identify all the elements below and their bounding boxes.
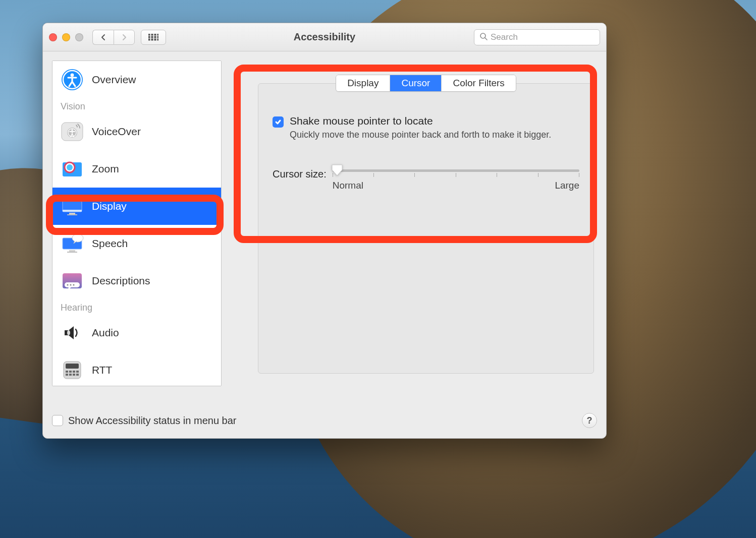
back-button[interactable] bbox=[92, 30, 114, 45]
slider-min-label: Normal bbox=[333, 180, 363, 191]
cursor-size-slider[interactable]: Normal Large bbox=[333, 168, 579, 191]
segmented-tabs: Display Cursor Color Filters bbox=[258, 75, 593, 92]
svg-rect-40 bbox=[66, 371, 68, 373]
svg-point-35 bbox=[70, 284, 71, 285]
svg-rect-11 bbox=[157, 39, 158, 40]
rtt-icon bbox=[61, 358, 84, 382]
svg-rect-10 bbox=[154, 39, 156, 40]
sidebar-item-label: Descriptions bbox=[92, 275, 150, 287]
slider-max-label: Large bbox=[555, 180, 579, 191]
overview-icon bbox=[61, 68, 84, 91]
speech-icon bbox=[61, 232, 84, 255]
svg-rect-2 bbox=[154, 34, 156, 35]
zoom-window-button[interactable] bbox=[75, 33, 83, 41]
display-icon bbox=[61, 195, 84, 218]
traffic-lights bbox=[49, 33, 83, 41]
voiceover-icon bbox=[61, 120, 84, 143]
cursor-size-row: Cursor size: Normal bbox=[273, 168, 579, 191]
titlebar: Accessibility bbox=[43, 23, 606, 51]
sidebar-item-descriptions[interactable]: Descriptions bbox=[52, 262, 221, 300]
chevron-right-icon bbox=[121, 34, 128, 41]
svg-rect-4 bbox=[148, 36, 150, 38]
shake-pointer-checkbox[interactable] bbox=[273, 116, 284, 128]
svg-rect-6 bbox=[154, 36, 156, 38]
sidebar-item-label: Zoom bbox=[92, 163, 119, 175]
svg-rect-26 bbox=[69, 213, 75, 214]
sidebar-section-vision: Vision bbox=[52, 98, 221, 113]
svg-rect-8 bbox=[148, 39, 150, 40]
shake-pointer-label: Shake mouse pointer to locate bbox=[290, 115, 551, 127]
audio-icon bbox=[61, 321, 84, 344]
svg-rect-47 bbox=[76, 374, 79, 376]
footer: Show Accessibility status in menu bar ? bbox=[52, 413, 597, 428]
chevron-left-icon bbox=[100, 34, 107, 41]
sidebar-item-speech[interactable]: Speech bbox=[52, 225, 221, 262]
nav-buttons bbox=[92, 30, 135, 45]
svg-rect-41 bbox=[69, 371, 72, 373]
minimize-window-button[interactable] bbox=[62, 33, 70, 41]
svg-rect-42 bbox=[73, 371, 75, 373]
svg-rect-43 bbox=[76, 371, 79, 373]
show-all-button[interactable] bbox=[141, 30, 166, 45]
svg-line-13 bbox=[485, 38, 487, 40]
svg-point-20 bbox=[71, 129, 73, 131]
svg-point-31 bbox=[72, 234, 83, 242]
svg-point-37 bbox=[67, 330, 70, 335]
display-settings-group: Display Cursor Color Filters Shake mouse… bbox=[258, 83, 594, 374]
sidebar-item-voiceover[interactable]: VoiceOver bbox=[52, 113, 221, 150]
close-window-button[interactable] bbox=[49, 33, 57, 41]
sidebar-item-label: RTT bbox=[92, 364, 112, 376]
search-field[interactable] bbox=[474, 29, 600, 45]
sidebar-item-audio[interactable]: Audio bbox=[52, 314, 221, 351]
status-menubar-checkbox[interactable] bbox=[52, 415, 63, 426]
sidebar-item-label: Speech bbox=[92, 237, 128, 250]
forward-button[interactable] bbox=[114, 30, 135, 45]
svg-rect-29 bbox=[69, 250, 75, 252]
shake-pointer-text: Shake mouse pointer to locate Quickly mo… bbox=[290, 115, 551, 141]
sidebar-item-display[interactable]: Display bbox=[52, 188, 221, 225]
svg-rect-45 bbox=[69, 374, 72, 376]
svg-rect-7 bbox=[157, 36, 158, 38]
shake-pointer-sublabel: Quickly move the mouse pointer back and … bbox=[290, 129, 551, 141]
tab-color-filters[interactable]: Color Filters bbox=[442, 75, 515, 91]
svg-rect-3 bbox=[157, 34, 158, 35]
svg-point-16 bbox=[71, 74, 74, 77]
search-icon bbox=[479, 32, 488, 42]
status-menubar-label: Show Accessibility status in menu bar bbox=[68, 415, 237, 427]
slider-knob[interactable] bbox=[331, 163, 344, 176]
sidebar-item-overview[interactable]: Overview bbox=[52, 61, 221, 98]
sidebar-item-label: Audio bbox=[92, 327, 119, 339]
accessibility-window: Accessibility bbox=[42, 23, 607, 439]
sidebar-item-label: Overview bbox=[92, 74, 136, 86]
slider-ticks bbox=[333, 173, 579, 177]
svg-rect-5 bbox=[151, 36, 153, 38]
sidebar-item-zoom[interactable]: Zoom bbox=[52, 150, 221, 188]
sidebar-item-label: Display bbox=[92, 200, 127, 212]
shake-pointer-setting: Shake mouse pointer to locate Quickly mo… bbox=[273, 115, 579, 141]
svg-rect-25 bbox=[63, 210, 82, 212]
sidebar-item-rtt[interactable]: RTT bbox=[52, 351, 221, 386]
svg-rect-1 bbox=[151, 34, 153, 35]
svg-point-34 bbox=[67, 284, 68, 285]
body-area: Overview Vision VoiceOver bbox=[43, 51, 606, 438]
search-input[interactable] bbox=[491, 32, 598, 42]
tab-cursor[interactable]: Cursor bbox=[390, 75, 442, 91]
svg-rect-46 bbox=[73, 374, 75, 376]
help-button[interactable]: ? bbox=[582, 413, 597, 428]
main-panel: Display Cursor Color Filters Shake mouse… bbox=[231, 61, 597, 429]
sidebar-item-label: VoiceOver bbox=[92, 126, 141, 138]
svg-rect-30 bbox=[67, 252, 77, 253]
svg-rect-39 bbox=[66, 364, 79, 369]
cursor-size-label: Cursor size: bbox=[273, 168, 327, 180]
tab-display[interactable]: Display bbox=[336, 75, 390, 91]
zoom-icon bbox=[61, 157, 84, 181]
slider-track bbox=[333, 169, 579, 172]
svg-rect-0 bbox=[148, 34, 150, 35]
svg-rect-9 bbox=[151, 39, 153, 40]
sidebar-section-hearing: Hearing bbox=[52, 300, 221, 314]
svg-rect-44 bbox=[66, 374, 68, 376]
svg-rect-27 bbox=[67, 214, 77, 215]
descriptions-icon bbox=[61, 269, 84, 292]
svg-point-36 bbox=[73, 284, 74, 285]
svg-point-23 bbox=[67, 164, 73, 170]
